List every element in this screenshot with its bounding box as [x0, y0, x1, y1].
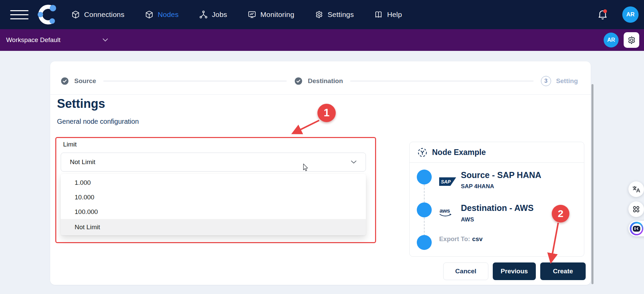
jobs-icon	[199, 10, 208, 19]
limit-option[interactable]: 10.000	[61, 190, 366, 204]
vertical-scrollbar[interactable]	[591, 84, 593, 284]
export-label: Export To:	[439, 235, 470, 242]
nav-item-connections[interactable]: Connections	[71, 10, 124, 19]
check-circle-icon	[294, 77, 303, 85]
limit-field-label: Limit	[63, 141, 77, 148]
nav-label: Jobs	[212, 11, 227, 19]
nav-label: Connections	[84, 11, 124, 19]
app-root: Connections Nodes Jobs	[0, 0, 644, 294]
step-label: Destination	[308, 77, 343, 85]
nav-item-jobs[interactable]: Jobs	[199, 10, 227, 19]
node-example-icon	[417, 147, 428, 158]
check-circle-icon	[60, 77, 69, 85]
logo-icon	[37, 5, 59, 24]
bell-icon	[597, 9, 608, 20]
step-label: Source	[74, 77, 96, 85]
node-entry-title: Destination - AWS	[461, 203, 533, 213]
translate-icon	[632, 185, 641, 194]
help-icon	[374, 10, 383, 19]
annotation-box-limit: Limit Not Limit 1.000 10.000 100.000 Not…	[55, 137, 376, 243]
hamburger-menu-icon[interactable]	[10, 10, 28, 19]
step-source[interactable]: Source	[60, 77, 96, 85]
timeline-dot	[417, 170, 432, 184]
node-entry-title: Source - SAP HANA	[461, 170, 541, 180]
annotation-badge-2: 2	[552, 205, 569, 222]
connections-icon	[71, 10, 80, 19]
sap-logo: SAP	[439, 177, 456, 186]
main-nav: Connections Nodes Jobs	[71, 10, 402, 19]
svg-text:aws: aws	[440, 208, 450, 214]
node-example-card: Node Example SAP Source - SAP HANA SAP 4…	[409, 142, 584, 257]
nav-item-nodes[interactable]: Nodes	[145, 10, 179, 19]
nav-item-monitoring[interactable]: Monitoring	[248, 10, 294, 19]
timeline-dot	[417, 202, 432, 217]
limit-options-dropdown: 1.000 10.000 100.000 Not Limit	[61, 174, 366, 235]
step-destination[interactable]: Destination	[294, 77, 343, 85]
create-button[interactable]: Create	[540, 262, 586, 280]
timeline-dot	[417, 235, 432, 250]
node-entry-subtitle: AWS	[461, 216, 474, 223]
chatbot-icon	[630, 222, 643, 235]
nav-label: Help	[387, 11, 402, 19]
step-number: 3	[541, 76, 551, 86]
workspace-avatar[interactable]: AR	[604, 33, 619, 47]
nav-label: Nodes	[158, 11, 179, 19]
translate-button[interactable]	[628, 181, 644, 197]
wizard-card: Source Destination 3 Setting Settings	[50, 61, 591, 285]
limit-option[interactable]: 1.000	[61, 175, 366, 190]
apps-grid-button[interactable]	[628, 201, 644, 217]
node-example-title: Node Example	[432, 148, 486, 157]
divider	[50, 94, 591, 95]
nav-item-help[interactable]: Help	[374, 10, 402, 19]
apps-grid-icon	[632, 205, 641, 214]
page-title: Settings	[57, 97, 105, 111]
nodes-icon	[145, 10, 154, 19]
nav-label: Monitoring	[260, 11, 294, 19]
workspace-selector[interactable]: Workspace Default	[6, 36, 60, 44]
top-navbar: Connections Nodes Jobs	[0, 0, 644, 29]
settings-icon	[315, 10, 324, 19]
annotation-badge-1: 1	[317, 104, 336, 122]
cancel-button[interactable]: Cancel	[443, 262, 488, 280]
notification-bell-button[interactable]	[597, 9, 608, 20]
limit-select[interactable]: Not Limit	[61, 153, 366, 172]
svg-text:SAP: SAP	[441, 179, 451, 184]
page-subtitle: General node configuration	[57, 118, 139, 125]
step-setting[interactable]: 3 Setting	[541, 76, 578, 86]
navbar-avatar[interactable]: AR	[622, 6, 639, 23]
limit-select-value: Not Limit	[70, 158, 95, 166]
step-connector	[350, 81, 533, 81]
export-row: Export To:csv	[439, 235, 483, 243]
aws-logo: aws	[438, 208, 454, 218]
main-content: Source Destination 3 Setting Settings	[0, 51, 644, 294]
step-connector	[103, 81, 286, 81]
limit-option[interactable]: 100.000	[61, 204, 366, 219]
node-entry-subtitle: SAP 4HANA	[461, 183, 494, 190]
navbar-right: AR	[597, 6, 644, 23]
gear-icon	[627, 36, 636, 45]
notification-dot	[603, 9, 607, 13]
limit-option-selected[interactable]: Not Limit	[61, 219, 366, 235]
app-logo[interactable]	[37, 5, 59, 24]
step-label: Setting	[556, 77, 578, 85]
export-value: csv	[472, 235, 483, 242]
chevron-down-icon	[102, 38, 108, 42]
stepper: Source Destination 3 Setting	[60, 75, 578, 87]
chevron-down-icon	[351, 160, 357, 164]
workspace-bar-right: AR	[604, 32, 639, 48]
workspace-bar: Workspace Default AR	[0, 29, 644, 51]
nav-label: Settings	[328, 11, 354, 19]
node-example-header: Node Example	[410, 142, 584, 163]
previous-button[interactable]: Previous	[493, 262, 536, 280]
monitoring-icon	[248, 10, 256, 19]
chatbot-button[interactable]	[628, 221, 644, 236]
workspace-settings-button[interactable]	[624, 32, 639, 48]
nav-item-settings[interactable]: Settings	[315, 10, 354, 19]
